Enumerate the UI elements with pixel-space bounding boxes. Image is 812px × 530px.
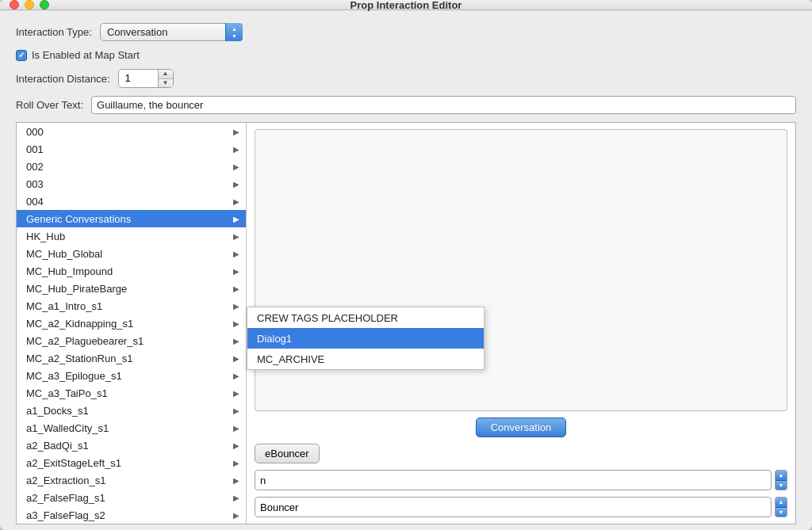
- dropdown-item[interactable]: a2_ExitStageLeft_s1▶: [17, 454, 246, 471]
- interaction-distance-stepper: 1 ▲ ▼: [118, 69, 174, 88]
- main-area: 000▶001▶002▶003▶004▶Generic Conversation…: [16, 122, 796, 524]
- select2-down[interactable]: ▼: [776, 508, 787, 517]
- select1-up[interactable]: ▲: [776, 471, 787, 481]
- submenu: CREW TAGS PLACEHOLDERDialog1MC_ARCHIVE: [247, 307, 485, 370]
- select2-up[interactable]: ▲: [776, 498, 787, 508]
- dropdown-panel: 000▶001▶002▶003▶004▶Generic Conversation…: [17, 123, 247, 524]
- dropdown-item[interactable]: a2_FalseFlag_s1▶: [17, 489, 246, 506]
- is-enabled-label: Is Enabled at Map Start: [32, 49, 140, 61]
- roll-over-text-label: Roll Over Text:: [16, 99, 83, 111]
- main-window: Prop Interaction Editor Interaction Type…: [0, 0, 812, 530]
- checkbox-checkmark: ✓: [18, 51, 25, 59]
- interaction-type-select-wrapper: Conversation ▲ ▼: [100, 23, 243, 41]
- dropdown-item[interactable]: a2_Extraction_s1▶: [17, 471, 246, 489]
- interaction-type-arrow[interactable]: ▲ ▼: [225, 23, 243, 41]
- submenu-item[interactable]: Dialog1: [247, 328, 484, 349]
- dropdown-item[interactable]: a1_Docks_s1▶: [17, 402, 246, 419]
- select1-stepper: ▲ ▼: [775, 470, 787, 490]
- select1-input[interactable]: [255, 470, 772, 490]
- select2-row: ▲ ▼: [255, 497, 787, 517]
- interaction-type-row: Interaction Type: Conversation ▲ ▼: [16, 23, 796, 41]
- interaction-type-label: Interaction Type:: [16, 26, 92, 38]
- dropdown-item[interactable]: MC_a2_StationRun_s1▶: [17, 349, 246, 367]
- conversation-button[interactable]: Conversation: [476, 418, 567, 437]
- dropdown-item[interactable]: MC_a2_Kidnapping_s1▶: [17, 315, 246, 332]
- bouncer-button[interactable]: eBouncer: [255, 444, 320, 463]
- select2-input[interactable]: [255, 497, 772, 517]
- stepper-down[interactable]: ▼: [159, 79, 173, 89]
- submenu-item[interactable]: MC_ARCHIVE: [247, 349, 484, 369]
- dropdown-item[interactable]: MC_Hub_PirateBarge▶: [17, 280, 246, 297]
- is-enabled-row: ✓ Is Enabled at Map Start: [16, 49, 796, 61]
- select2-stepper: ▲ ▼: [775, 497, 787, 517]
- maximize-button[interactable]: [40, 0, 49, 10]
- dropdown-item[interactable]: a3_FalseFlag_s2▶: [17, 506, 246, 524]
- interaction-distance-label: Interaction Distance:: [16, 73, 110, 85]
- dropdown-item[interactable]: MC_a3_Epilogue_s1▶: [17, 367, 246, 384]
- dropdown-item[interactable]: 003▶: [17, 175, 246, 193]
- interaction-distance-row: Interaction Distance: 1 ▲ ▼: [16, 69, 796, 88]
- dropdown-item[interactable]: MC_a3_TaiPo_s1▶: [17, 384, 246, 402]
- is-enabled-checkbox[interactable]: ✓: [16, 50, 27, 61]
- dropdown-item[interactable]: MC_a1_Intro_s1▶: [17, 297, 246, 315]
- dropdown-item[interactable]: MC_Hub_Impound▶: [17, 262, 246, 280]
- stepper-arrows: ▲ ▼: [159, 69, 173, 88]
- dropdown-item[interactable]: 001▶: [17, 140, 246, 158]
- content-area: Interaction Type: Conversation ▲ ▼ ✓ Is …: [0, 10, 812, 530]
- conv-button-row: Conversation: [255, 418, 787, 437]
- bouncer-button-row: eBouncer: [255, 444, 787, 463]
- select1-down[interactable]: ▼: [776, 481, 787, 490]
- dropdown-item[interactable]: HK_Hub▶: [17, 227, 246, 245]
- submenu-item[interactable]: CREW TAGS PLACEHOLDER: [247, 307, 484, 328]
- select1-row: ▲ ▼: [255, 470, 787, 490]
- minimize-button[interactable]: [25, 0, 34, 10]
- dropdown-item[interactable]: 004▶: [17, 193, 246, 210]
- roll-over-text-row: Roll Over Text:: [16, 96, 796, 114]
- dropdown-item[interactable]: a1_WalledCity_s1▶: [17, 419, 246, 437]
- dropdown-item[interactable]: MC_Hub_Global▶: [17, 245, 246, 262]
- dropdown-item[interactable]: 000▶: [17, 123, 246, 140]
- close-button[interactable]: [10, 0, 19, 10]
- dropdown-item[interactable]: a2_BadQi_s1▶: [17, 437, 246, 454]
- traffic-lights: [10, 0, 49, 10]
- dropdown-item[interactable]: Generic Conversations▶: [17, 210, 246, 227]
- roll-over-text-input[interactable]: [91, 96, 796, 114]
- interaction-distance-value: 1: [119, 69, 159, 88]
- dropdown-item[interactable]: 002▶: [17, 158, 246, 175]
- titlebar: Prop Interaction Editor: [0, 0, 812, 10]
- stepper-up[interactable]: ▲: [159, 69, 173, 79]
- dropdown-item[interactable]: MC_a2_Plaguebearer_s1▶: [17, 332, 246, 349]
- interaction-type-select[interactable]: Conversation: [100, 23, 243, 41]
- window-title: Prop Interaction Editor: [350, 0, 462, 11]
